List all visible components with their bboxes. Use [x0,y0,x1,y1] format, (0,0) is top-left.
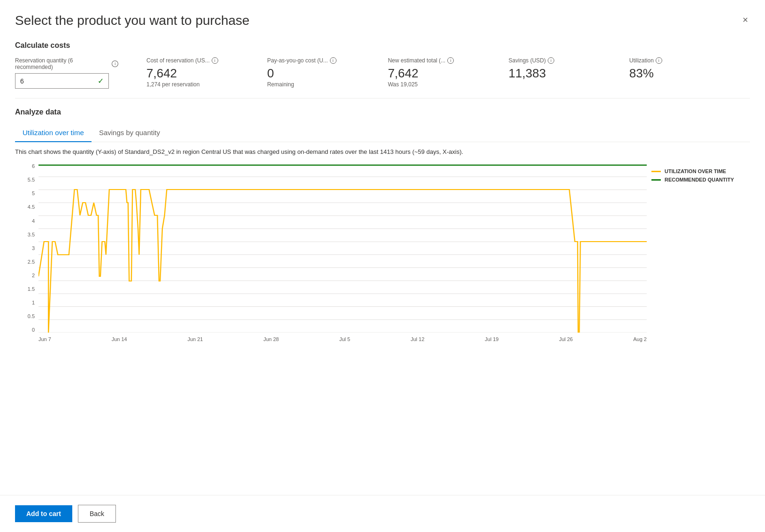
payg-metric: Pay-as-you-go cost (U... i 0 Remaining [267,57,388,88]
y-label-3_5: 3.5 [28,232,35,237]
new-estimated-info-icon[interactable]: i [447,57,454,64]
quantity-field: Reservation quantity (6 recommended) i ✓ [15,57,118,89]
main-dialog: Select the product you want to purchase … [0,0,765,532]
footer-buttons: Add to cart Back [0,495,765,532]
calculate-costs-section: Calculate costs Reservation quantity (6 … [15,41,750,89]
y-label-0_5: 0.5 [28,314,35,319]
cost-of-reservation-metric: Cost of reservation (US... i 7,642 1,274… [146,57,267,88]
x-label-aug2: Aug 2 [633,336,647,342]
dialog-header: Select the product you want to purchase … [15,13,750,28]
x-label-jul19: Jul 19 [485,336,498,342]
savings-info-icon[interactable]: i [548,57,554,64]
tabs-container: Utilization over time Savings by quantit… [15,124,750,142]
utilization-info-icon[interactable]: i [656,57,662,64]
x-axis: Jun 7 Jun 14 Jun 21 Jun 28 Jul 5 Jul 12 … [38,333,647,351]
utilization-label: Utilization i [629,57,731,64]
analyze-data-section: Analyze data Utilization over time Savin… [15,108,750,351]
cost-reservation-label: Cost of reservation (US... i [146,57,248,64]
x-label-jun14: Jun 14 [112,336,127,342]
chart-svg-area [38,164,647,333]
utilization-metric: Utilization i 83% [629,57,750,80]
new-estimated-value: 7,642 [388,67,490,80]
quantity-label: Reservation quantity (6 recommended) i [15,57,118,70]
new-estimated-sub: Was 19,025 [388,81,490,88]
y-label-4_5: 4.5 [28,205,35,210]
y-label-5: 5 [32,191,35,196]
utilization-value: 83% [629,67,731,80]
savings-metric: Savings (USD) i 11,383 [509,57,629,80]
x-label-jul12: Jul 12 [411,336,424,342]
legend-recommended-line [651,179,661,181]
y-label-3: 3 [32,246,35,251]
y-label-2: 2 [32,273,35,278]
new-estimated-metric: New estimated total (... i 7,642 Was 19,… [388,57,508,88]
quantity-input-container: ✓ [15,73,109,89]
chart-legend: UTILIZATION OVER TIME RECOMMENDED QUANTI… [651,168,750,185]
quantity-input[interactable] [20,77,86,85]
analyze-data-title: Analyze data [15,108,750,116]
payg-label: Pay-as-you-go cost (U... i [267,57,369,64]
savings-value: 11,383 [509,67,611,80]
y-label-1_5: 1.5 [28,287,35,292]
payg-info-icon[interactable]: i [330,57,337,64]
x-label-jun28: Jun 28 [263,336,279,342]
chart-description: This chart shows the quantity (Y-axis) o… [15,148,750,156]
back-button[interactable]: Back [78,505,116,523]
x-label-jul5: Jul 5 [339,336,350,342]
close-button[interactable]: × [741,13,750,26]
legend-utilization-label: UTILIZATION OVER TIME [665,168,726,174]
y-label-1: 1 [32,300,35,305]
costs-grid: Reservation quantity (6 recommended) i ✓… [15,57,750,89]
legend-utilization-line [651,171,661,172]
chart-container: 6 5.5 5 4.5 4 3.5 3 2.5 2 1.5 1 0.5 0 [15,164,750,351]
y-label-4: 4 [32,219,35,224]
new-estimated-label: New estimated total (... i [388,57,490,64]
tab-savings-by-quantity[interactable]: Savings by quantity [92,124,168,142]
chart-svg [38,164,647,333]
add-to-cart-button[interactable]: Add to cart [15,505,72,522]
payg-sub: Remaining [267,81,369,88]
legend-recommended: RECOMMENDED QUANTITY [651,177,750,182]
calculate-costs-title: Calculate costs [15,41,750,50]
quantity-info-icon[interactable]: i [112,61,118,67]
y-label-2_5: 2.5 [28,259,35,265]
legend-recommended-label: RECOMMENDED QUANTITY [665,177,734,182]
x-label-jul26: Jul 26 [559,336,573,342]
cost-reservation-value: 7,642 [146,67,248,80]
checkmark-icon: ✓ [98,76,104,85]
y-label-5_5: 5.5 [28,177,35,182]
savings-label: Savings (USD) i [509,57,611,64]
tab-utilization-over-time[interactable]: Utilization over time [15,124,92,142]
x-label-jun21: Jun 21 [187,336,203,342]
cost-reservation-sub: 1,274 per reservation [146,81,248,88]
payg-value: 0 [267,67,369,80]
divider-1 [15,98,750,99]
cost-reservation-info-icon[interactable]: i [212,57,218,64]
y-label-0: 0 [32,327,35,333]
y-label-6: 6 [32,164,35,169]
legend-utilization: UTILIZATION OVER TIME [651,168,750,174]
y-axis: 6 5.5 5 4.5 4 3.5 3 2.5 2 1.5 1 0.5 0 [15,164,38,333]
x-label-jun7: Jun 7 [38,336,51,342]
dialog-title: Select the product you want to purchase [15,13,250,28]
